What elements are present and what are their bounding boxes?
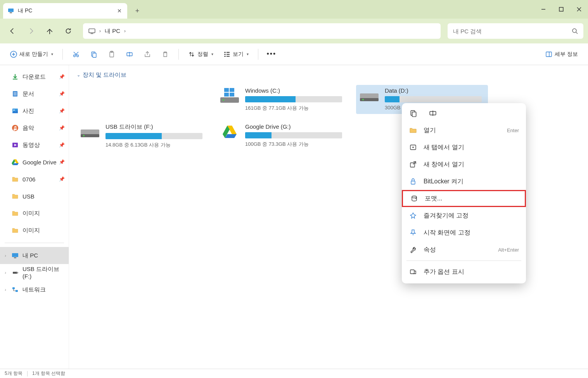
copy-button[interactable] (86, 47, 102, 61)
sidebar-item-label: 0706 (22, 176, 35, 183)
address-segment[interactable]: 내 PC (105, 28, 120, 35)
back-button[interactable] (5, 23, 20, 39)
sidebar-item-label: USB 드라이브 (F:) (22, 266, 66, 280)
sidebar-item[interactable]: 이미지 (0, 205, 69, 222)
details-icon (545, 51, 552, 58)
pin-icon: 📌 (59, 125, 65, 131)
ctx-newwindow[interactable]: 새 창에서 열기 (402, 156, 526, 173)
tab-close-button[interactable]: ✕ (116, 8, 123, 14)
search-bar[interactable] (448, 23, 583, 39)
drive-name: Windows (C:) (245, 87, 346, 94)
drive-info: Google Drive (G:) 100GB 중 73.3GB 사용 가능 (245, 123, 346, 148)
sidebar-item[interactable]: USB (0, 188, 69, 205)
ctx-pinfav-label: 즐겨찾기에 고정 (424, 212, 469, 220)
chevron-right-icon[interactable]: › (2, 253, 9, 258)
drive-item[interactable]: Google Drive (G:) 100GB 중 73.3GB 사용 가능 (216, 121, 348, 151)
svg-rect-27 (227, 54, 230, 55)
format-icon (410, 194, 419, 203)
more-button[interactable]: ••• (264, 47, 279, 61)
usb-icon (12, 269, 19, 276)
cut-button[interactable] (68, 47, 84, 61)
monitor-icon (8, 8, 14, 14)
external-icon (409, 160, 417, 169)
newtab-icon (409, 143, 417, 152)
pin-icon: 📌 (59, 159, 65, 165)
share-button[interactable] (140, 47, 155, 61)
sidebar-item[interactable]: 0706📌 (0, 171, 69, 188)
svg-rect-40 (14, 257, 16, 258)
sidebar-item-usb[interactable]: ›USB 드라이브 (F:) (0, 264, 69, 281)
drive-item[interactable]: Windows (C:) 161GB 중 77.1GB 사용 가능 (216, 85, 348, 114)
svg-point-36 (14, 110, 15, 111)
svg-rect-19 (110, 52, 114, 57)
ctx-more[interactable]: 추가 옵션 표시 (402, 263, 526, 280)
svg-point-53 (362, 99, 364, 100)
sidebar-item[interactable]: 문서📌 (0, 85, 69, 102)
drive-icon (79, 123, 101, 140)
pin-icon: 📌 (59, 142, 65, 148)
pin-icon (409, 211, 417, 220)
rename-button[interactable] (122, 47, 137, 61)
up-button[interactable] (42, 23, 57, 39)
svg-rect-1 (10, 12, 12, 13)
ctx-pinstart-label: 시작 화면에 고정 (424, 229, 470, 237)
sidebar-item-network[interactable]: ›네트워크 (0, 281, 69, 298)
sidebar-item[interactable]: 사진📌 (0, 102, 69, 119)
chevron-right-icon[interactable]: › (2, 287, 9, 292)
sidebar-item[interactable]: 다운로드📌 (0, 68, 69, 85)
delete-button[interactable] (157, 47, 173, 61)
tab-current[interactable]: 내 PC ✕ (3, 3, 127, 19)
details-button[interactable]: 세부 정보 (541, 47, 582, 61)
scissors-icon (73, 51, 80, 58)
context-icon-row (402, 106, 526, 122)
gdrive-icon (12, 159, 19, 166)
sidebar-item-label: 이미지 (22, 210, 40, 217)
ctx-pinstart[interactable]: 시작 화면에 고정 (402, 224, 526, 241)
sidebar-item-thispc[interactable]: ›내 PC (0, 247, 69, 264)
forward-button[interactable] (23, 23, 39, 39)
new-button[interactable]: 새로 만들기 ▾ (6, 47, 57, 61)
sidebar[interactable]: 다운로드📌문서📌사진📌음악📌동영상📌Google Drive📌0706📌USB이… (0, 65, 69, 369)
view-button[interactable]: 보기 ▾ (220, 47, 252, 61)
ctx-format[interactable]: 포맷... (402, 190, 526, 207)
copy-button[interactable] (409, 109, 418, 118)
ctx-properties[interactable]: 속성 Alt+Enter (402, 241, 526, 258)
titlebar: 내 PC ✕ + (0, 0, 588, 19)
paste-button[interactable] (104, 47, 119, 61)
chevron-right-icon[interactable]: › (2, 270, 9, 275)
svg-rect-23 (224, 52, 226, 53)
status-bar: 5개 항목 1개 항목 선택함 (0, 369, 588, 378)
address-bar[interactable]: › 내 PC › (83, 23, 441, 39)
minimize-button[interactable] (534, 0, 552, 19)
new-tab-button[interactable]: + (131, 5, 144, 17)
ctx-newtab[interactable]: 새 탭에서 열기 (402, 139, 526, 156)
rename-icon (126, 51, 133, 58)
close-icon (577, 7, 581, 12)
ctx-open[interactable]: 열기 Enter (402, 122, 526, 139)
sidebar-item[interactable]: Google Drive📌 (0, 154, 69, 171)
sort-button[interactable]: 정렬 ▾ (184, 47, 217, 61)
sidebar-item-label: 네트워크 (22, 286, 46, 293)
search-input[interactable] (453, 28, 572, 35)
ctx-pinfav[interactable]: 즐겨찾기에 고정 (402, 207, 526, 224)
ctx-properties-label: 속성 (424, 246, 436, 254)
sort-label: 정렬 (197, 51, 208, 58)
copy-icon (90, 51, 97, 58)
close-button[interactable] (570, 0, 588, 19)
sidebar-item[interactable]: 동영상📌 (0, 136, 69, 154)
ctx-bitlocker[interactable]: BitLocker 켜기 (402, 173, 526, 190)
drive-capacity-bar (105, 133, 202, 139)
refresh-button[interactable] (61, 23, 76, 39)
clipboard-icon (108, 51, 115, 58)
sidebar-item[interactable]: 이미지 (0, 222, 69, 239)
maximize-button[interactable] (552, 0, 570, 19)
group-header[interactable]: ⌄ 장치 및 드라이브 (77, 71, 580, 79)
svg-rect-58 (412, 112, 416, 117)
svg-rect-28 (227, 56, 230, 57)
folder-icon (12, 227, 19, 234)
sidebar-item[interactable]: 음악📌 (0, 119, 69, 136)
svg-line-15 (74, 52, 77, 55)
drive-item[interactable]: USB 드라이브 (F:) 14.8GB 중 6.13GB 사용 가능 (77, 121, 209, 151)
toolbar: 새로 만들기 ▾ 정렬 ▾ 보기 ▾ ••• 세부 정보 (0, 43, 588, 65)
rename-button[interactable] (428, 109, 438, 118)
